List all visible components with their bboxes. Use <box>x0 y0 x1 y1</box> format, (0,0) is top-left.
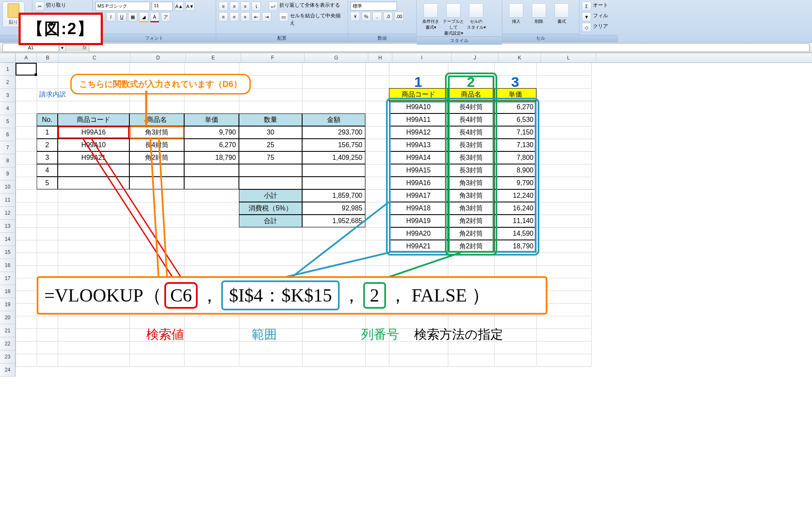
table1-price[interactable] <box>184 164 239 177</box>
row-header[interactable]: 24 <box>0 364 15 377</box>
row-header[interactable]: 21 <box>0 324 15 337</box>
indent-dec-icon[interactable]: ⇤ <box>252 12 261 22</box>
font-color-button[interactable]: A <box>150 12 159 22</box>
table1-qty[interactable] <box>239 177 302 189</box>
row-header[interactable]: 7 <box>0 141 15 154</box>
table1-amount[interactable] <box>302 177 365 189</box>
table1-amount[interactable]: 1,409,250 <box>302 151 365 164</box>
table1-no[interactable]: 1 <box>37 126 58 139</box>
merge-icon[interactable]: ▭ <box>279 12 288 22</box>
table1-header[interactable]: No. <box>37 113 58 126</box>
column-header[interactable]: G <box>305 53 368 62</box>
summary-value[interactable]: 1,952,685 <box>302 215 365 227</box>
column-header[interactable]: F <box>241 53 305 62</box>
table1-amount[interactable]: 293,700 <box>302 126 365 139</box>
selected-cell[interactable] <box>16 63 37 75</box>
format-as-table-button[interactable]: テーブルとして 書式設定▾ <box>442 2 465 36</box>
formula-input[interactable] <box>89 43 809 52</box>
column-header[interactable]: H <box>368 53 392 62</box>
dec-decimal-icon[interactable]: .00 <box>394 12 404 21</box>
row-header[interactable]: 9 <box>0 167 15 180</box>
underline-button[interactable]: U <box>117 12 126 22</box>
table1-header[interactable]: 単価 <box>184 113 239 126</box>
cut-icon[interactable]: ✂ <box>35 2 44 11</box>
currency-icon[interactable]: ¥ <box>351 12 360 21</box>
autosum-icon[interactable]: Σ <box>582 2 591 11</box>
align-right-icon[interactable]: ≡ <box>241 12 250 22</box>
table1-qty[interactable]: 75 <box>239 151 302 164</box>
clear-icon[interactable]: ◇ <box>582 23 591 32</box>
summary-label[interactable]: 消費税（5%） <box>239 202 302 215</box>
table1-amount[interactable] <box>302 164 365 177</box>
conditional-format-button[interactable]: 条件付き 書式▾ <box>419 2 442 36</box>
wrap-icon[interactable]: ⮐ <box>268 2 278 11</box>
row-header[interactable]: 20 <box>0 311 15 324</box>
table1-header[interactable]: 数量 <box>239 113 302 126</box>
comma-icon[interactable]: , <box>373 12 382 21</box>
fill-icon[interactable]: ▼ <box>582 12 591 22</box>
table1-price[interactable] <box>184 177 239 189</box>
font-name-select[interactable]: MS Pゴシック <box>95 2 150 11</box>
table1-header[interactable]: 商品名 <box>129 113 184 126</box>
cell-styles-button[interactable]: セルの スタイル▾ <box>465 2 488 36</box>
align-left-icon[interactable]: ≡ <box>219 12 228 22</box>
summary-label[interactable]: 小計 <box>239 189 302 202</box>
table1-price[interactable]: 9,790 <box>184 126 239 139</box>
row-header[interactable]: 14 <box>0 233 15 246</box>
column-header[interactable]: E <box>186 53 241 62</box>
fill-color-button[interactable]: ◢ <box>139 12 148 22</box>
delete-cells-button[interactable]: 削除 <box>528 2 550 24</box>
increase-font-icon[interactable]: A▲ <box>174 2 184 11</box>
italic-button[interactable]: I <box>106 12 115 22</box>
row-header[interactable]: 12 <box>0 207 15 220</box>
align-top-icon[interactable]: ≡ <box>219 2 228 11</box>
decrease-font-icon[interactable]: A▼ <box>185 2 195 11</box>
table1-qty[interactable]: 30 <box>239 126 302 139</box>
column-header[interactable]: J <box>452 53 498 62</box>
number-format-select[interactable]: 標準 <box>351 2 397 11</box>
font-size-select[interactable]: 11 <box>152 2 173 11</box>
align-center-icon[interactable]: ≡ <box>230 12 239 22</box>
border-button[interactable]: ▦ <box>128 12 137 22</box>
row-header[interactable]: 5 <box>0 115 15 128</box>
align-middle-icon[interactable]: ≡ <box>230 2 239 11</box>
table1-code[interactable]: H99A10 <box>58 139 129 151</box>
table1-price[interactable]: 6,270 <box>184 139 239 151</box>
summary-label[interactable]: 合計 <box>239 215 302 227</box>
insert-cells-button[interactable]: 挿入 <box>505 2 528 24</box>
row-header[interactable]: 10 <box>0 180 15 194</box>
row-header[interactable]: 6 <box>0 128 15 141</box>
percent-icon[interactable]: % <box>362 12 371 21</box>
row-header[interactable]: 16 <box>0 259 15 272</box>
table1-name[interactable]: 長4封筒 <box>129 139 184 151</box>
table1-amount[interactable]: 156,750 <box>302 139 365 151</box>
row-header[interactable]: 2 <box>0 76 15 89</box>
column-header[interactable]: D <box>131 53 186 62</box>
table1-code[interactable]: H99A21 <box>58 151 129 164</box>
column-header[interactable]: K <box>498 53 541 62</box>
phonetic-button[interactable]: ア <box>161 12 170 22</box>
select-all-corner[interactable] <box>0 53 16 62</box>
orientation-icon[interactable]: ⤹ <box>252 2 261 11</box>
table1-no[interactable]: 3 <box>37 151 58 164</box>
row-header[interactable]: 23 <box>0 350 15 364</box>
row-header[interactable]: 4 <box>0 102 15 115</box>
cell-grid[interactable]: 請求内訳No.商品コード商品名単価数量金額1H99A16角3封筒9,790302… <box>16 63 812 377</box>
table1-no[interactable]: 2 <box>37 139 58 151</box>
table1-name[interactable] <box>129 164 184 177</box>
table1-no[interactable]: 4 <box>37 164 58 177</box>
format-cells-button[interactable]: 書式 <box>550 2 573 24</box>
row-header[interactable]: 11 <box>0 194 15 207</box>
indent-inc-icon[interactable]: ⇥ <box>262 12 271 22</box>
align-bottom-icon[interactable]: ≡ <box>241 2 250 11</box>
column-header[interactable]: B <box>37 53 59 62</box>
table1-qty[interactable] <box>239 164 302 177</box>
row-header[interactable]: 8 <box>0 154 15 167</box>
row-header[interactable]: 22 <box>0 337 15 350</box>
column-header[interactable]: A <box>16 53 37 62</box>
summary-value[interactable]: 92,985 <box>302 202 365 215</box>
row-header[interactable]: 17 <box>0 272 15 285</box>
table1-code[interactable] <box>58 177 129 189</box>
table1-code[interactable] <box>58 164 129 177</box>
fx-icon[interactable]: fx <box>83 45 86 51</box>
